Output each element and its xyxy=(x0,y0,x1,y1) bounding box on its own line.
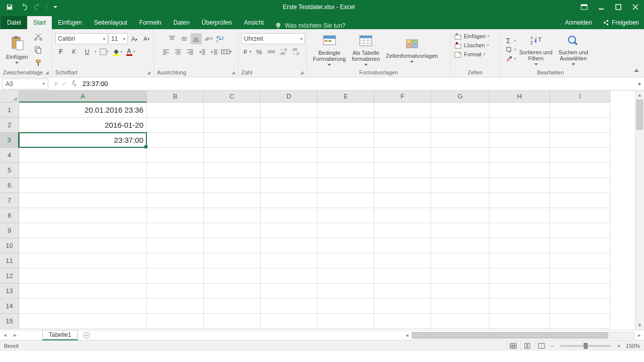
formula-input[interactable] xyxy=(79,78,635,89)
cell[interactable] xyxy=(261,268,317,284)
cell[interactable] xyxy=(317,103,374,118)
cell[interactable] xyxy=(261,253,317,268)
increase-indent-button[interactable] xyxy=(209,46,220,57)
fill-color-button[interactable]: ▾ xyxy=(112,46,123,57)
column-header[interactable]: H xyxy=(490,90,550,103)
select-all-button[interactable] xyxy=(0,90,19,103)
cell[interactable] xyxy=(490,208,550,223)
row-header[interactable]: 14 xyxy=(0,299,19,314)
cell[interactable] xyxy=(204,163,261,178)
qat-customize[interactable] xyxy=(49,1,62,13)
conditional-formatting-button[interactable]: Bedingte Formatierung xyxy=(310,33,349,67)
column-header[interactable]: G xyxy=(431,90,490,103)
cell[interactable] xyxy=(317,178,374,193)
zoom-level[interactable]: 150% xyxy=(626,343,640,349)
cell[interactable] xyxy=(147,253,204,268)
cell[interactable] xyxy=(19,163,147,178)
cell[interactable] xyxy=(317,118,374,133)
row-header[interactable]: 4 xyxy=(0,148,19,163)
cell[interactable] xyxy=(490,284,550,299)
close-button[interactable] xyxy=(627,0,644,14)
cell[interactable] xyxy=(204,208,261,223)
cell[interactable] xyxy=(147,193,204,208)
cell[interactable]: 23:37:00 xyxy=(19,133,147,148)
cell[interactable] xyxy=(261,299,317,314)
cell[interactable] xyxy=(317,268,374,284)
cell[interactable] xyxy=(431,253,490,268)
cell[interactable]: 2016-01-20 xyxy=(19,118,147,133)
maximize-button[interactable] xyxy=(610,0,627,14)
cell[interactable] xyxy=(490,118,550,133)
tab-start[interactable]: Start xyxy=(27,16,52,29)
tab-formulas[interactable]: Formeln xyxy=(133,16,168,29)
cell[interactable] xyxy=(550,148,610,163)
bold-button[interactable]: F xyxy=(55,46,66,57)
row-header[interactable]: 10 xyxy=(0,238,19,253)
cell[interactable] xyxy=(431,148,490,163)
cell[interactable] xyxy=(550,238,610,253)
cell[interactable] xyxy=(317,163,374,178)
scroll-right-button[interactable]: ► xyxy=(635,333,644,338)
scroll-thumb[interactable] xyxy=(412,332,608,338)
tab-pagelayout[interactable]: Seitenlayout xyxy=(88,16,133,29)
decrease-font-button[interactable]: A▾ xyxy=(141,33,152,44)
cell[interactable] xyxy=(550,208,610,223)
font-size-select[interactable]: 11▾ xyxy=(109,33,128,44)
tab-data[interactable]: Daten xyxy=(168,16,196,29)
cell[interactable] xyxy=(147,163,204,178)
zoom-in-button[interactable]: + xyxy=(615,343,623,349)
cell[interactable] xyxy=(19,268,147,284)
cell[interactable] xyxy=(550,193,610,208)
cell[interactable] xyxy=(261,314,317,329)
dialog-launcher-icon[interactable]: ◢ xyxy=(231,70,235,75)
tab-view[interactable]: Ansicht xyxy=(238,16,270,29)
align-left-button[interactable] xyxy=(160,46,172,57)
cell[interactable] xyxy=(261,103,317,118)
cell[interactable] xyxy=(431,133,490,148)
row-header[interactable]: 6 xyxy=(0,178,19,193)
dialog-launcher-icon[interactable]: ◢ xyxy=(147,70,150,75)
new-sheet-button[interactable] xyxy=(81,331,92,340)
cell[interactable] xyxy=(374,268,431,284)
cell[interactable] xyxy=(147,118,204,133)
underline-button[interactable]: U xyxy=(82,46,93,57)
cell[interactable] xyxy=(317,223,374,238)
redo-button[interactable] xyxy=(31,1,44,13)
cell[interactable] xyxy=(431,268,490,284)
cell[interactable] xyxy=(317,284,374,299)
row-header[interactable]: 3 xyxy=(0,133,19,148)
align-center-button[interactable] xyxy=(173,46,184,57)
cell[interactable] xyxy=(431,284,490,299)
cell[interactable] xyxy=(374,253,431,268)
cell[interactable] xyxy=(317,238,374,253)
cell[interactable] xyxy=(317,133,374,148)
cell[interactable] xyxy=(204,118,261,133)
align-right-button[interactable] xyxy=(185,46,196,57)
comma-format-button[interactable]: 000 xyxy=(266,46,277,57)
cell[interactable] xyxy=(204,223,261,238)
horizontal-scrollbar[interactable]: ◄ ► xyxy=(403,332,644,339)
column-header[interactable]: B xyxy=(147,90,204,103)
cell[interactable] xyxy=(550,253,610,268)
cell[interactable] xyxy=(374,118,431,133)
cell[interactable] xyxy=(317,193,374,208)
cell[interactable] xyxy=(261,223,317,238)
cell[interactable] xyxy=(261,133,317,148)
increase-decimal-button[interactable]: ←,0 ,00 xyxy=(278,46,289,57)
sheet-nav-prev[interactable]: ◄ xyxy=(0,332,10,338)
cell[interactable]: 20.01.2016 23:36 xyxy=(19,103,147,118)
copy-button[interactable] xyxy=(33,44,44,55)
cell[interactable] xyxy=(204,103,261,118)
cell[interactable] xyxy=(19,208,147,223)
cell[interactable] xyxy=(431,103,490,118)
row-header[interactable]: 8 xyxy=(0,208,19,223)
cell[interactable] xyxy=(550,299,610,314)
scroll-down-button[interactable]: ▼ xyxy=(635,321,644,330)
cell[interactable] xyxy=(19,284,147,299)
cell[interactable] xyxy=(204,284,261,299)
page-layout-view-button[interactable] xyxy=(520,341,534,350)
tab-file[interactable]: Datei xyxy=(1,16,27,29)
cell[interactable] xyxy=(147,299,204,314)
scroll-up-button[interactable]: ▲ xyxy=(635,90,644,100)
cell[interactable] xyxy=(490,238,550,253)
